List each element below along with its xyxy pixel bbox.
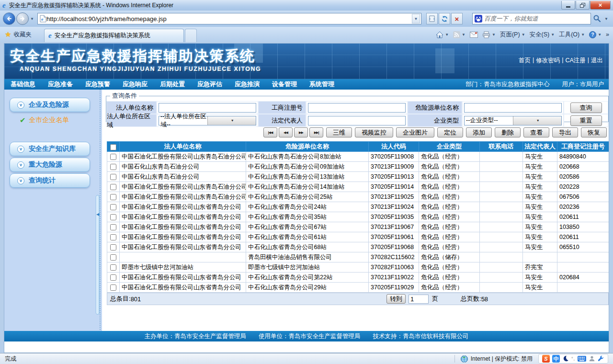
reg-no-input[interactable]: [308, 103, 406, 113]
paging-button-2[interactable]: ◀◀: [279, 127, 293, 137]
sidebar-group-enterprise-hazard[interactable]: v 企业及危险源: [10, 98, 90, 112]
row-checkbox[interactable]: [110, 234, 116, 240]
tools-menu[interactable]: 工具(O) ▼: [559, 31, 585, 39]
goto-page-button[interactable]: 转到: [386, 294, 406, 304]
row-checkbox[interactable]: [110, 264, 116, 271]
favorites-button[interactable]: ★ 收藏夹: [5, 30, 32, 39]
forward-button[interactable]: [16, 12, 29, 25]
banner-link-2[interactable]: 修改密码: [536, 57, 560, 65]
toolbar-button-4[interactable]: 定位: [437, 127, 463, 137]
page-menu[interactable]: 页面(P) ▼: [500, 31, 525, 39]
menu-item-7[interactable]: 应急推演: [228, 80, 266, 89]
row-checkbox[interactable]: [110, 204, 116, 210]
paging-button-4[interactable]: ▶▶|: [309, 127, 323, 137]
toolbar-button-6[interactable]: 删除: [495, 127, 521, 137]
home-button[interactable]: ▼: [436, 31, 449, 38]
toolbar-button-2[interactable]: 视频监控: [355, 127, 393, 137]
sidebar-group-query-statistics[interactable]: v 查询统计: [10, 173, 90, 188]
search-button[interactable]: 查询: [570, 102, 602, 113]
select-all-checkbox[interactable]: [110, 144, 116, 150]
back-button[interactable]: [3, 12, 15, 25]
row-checkbox[interactable]: [110, 194, 116, 200]
punctuation-mode-icon[interactable]: °,: [571, 356, 575, 361]
mail-button[interactable]: [470, 32, 478, 38]
toolbar-button-8[interactable]: 导出: [552, 127, 578, 137]
menu-item-1[interactable]: 基础信息: [4, 80, 42, 89]
cell-contact-phone: [480, 182, 523, 192]
close-button[interactable]: ×: [590, 1, 611, 10]
region-select[interactable]: --法人单位所在区域-- ▼: [159, 116, 256, 125]
row-checkbox[interactable]: [110, 174, 116, 180]
print-button[interactable]: ▼: [482, 31, 496, 38]
soft-keyboard-icon[interactable]: [578, 356, 586, 362]
compatibility-view-button[interactable]: [426, 13, 438, 24]
new-tab-button[interactable]: [185, 29, 197, 42]
paging-button-1[interactable]: |◀◀: [263, 127, 277, 137]
cell-hazard-unit-name: 中石化山东省青岛分公司29站: [246, 283, 369, 293]
sidebar-group-safety-knowledge[interactable]: v 安全生产知识库: [10, 142, 90, 156]
toolbar-button-1[interactable]: 三维: [326, 127, 352, 137]
banner-link-separator: |: [588, 57, 589, 65]
row-checkbox[interactable]: [110, 164, 116, 170]
row-checkbox[interactable]: [110, 224, 116, 230]
sidebar-item-city-enterprise-list[interactable]: ✔ 全市企业名单: [20, 116, 95, 125]
cell-hazard-unit-name: 中石化山东省青岛分公司第22站: [246, 273, 369, 283]
toolbar-button-9[interactable]: 恢复: [581, 127, 607, 137]
refresh-button[interactable]: [439, 13, 450, 24]
history-dropdown[interactable]: ▼: [30, 17, 34, 21]
row-checkbox[interactable]: [110, 184, 116, 190]
row-checkbox[interactable]: [110, 244, 116, 250]
sogou-icon[interactable]: S: [542, 355, 550, 363]
row-checkbox[interactable]: [110, 274, 116, 281]
menu-item-5[interactable]: 后期处置: [154, 80, 191, 89]
row-checkbox[interactable]: [110, 284, 116, 291]
address-dropdown[interactable]: ▼: [412, 14, 420, 23]
settings-wrench-icon[interactable]: [598, 355, 604, 362]
cell-legal-code: 370282F110063: [369, 262, 419, 273]
restore-button[interactable]: [576, 1, 590, 10]
home-dropdown[interactable]: ▼: [445, 33, 449, 37]
toolbar-button-7[interactable]: 查看: [523, 127, 549, 137]
row-checkbox[interactable]: [110, 214, 116, 220]
enterprise-type-select[interactable]: --企业类型-- ▼: [464, 116, 562, 125]
reset-button[interactable]: 重置: [570, 115, 602, 126]
search-go-button[interactable]: [593, 14, 601, 23]
hazard-name-input[interactable]: [464, 103, 562, 113]
menu-item-9[interactable]: 系统管理: [303, 80, 341, 89]
column-header-7: 工商登记注册号: [557, 142, 609, 152]
search-options-dropdown[interactable]: ▼: [604, 17, 608, 21]
page-number-input[interactable]: [409, 295, 429, 304]
address-input[interactable]: [46, 15, 412, 23]
moon-icon[interactable]: [562, 355, 569, 362]
help-button[interactable]: ? ▼: [589, 31, 602, 38]
browser-tab[interactable]: e 安全生产应急救援指挥辅助决策系统: [44, 29, 184, 42]
menu-item-2[interactable]: 应急准备: [42, 80, 79, 89]
chinese-mode-icon[interactable]: 中: [552, 355, 560, 363]
stop-button[interactable]: ×: [451, 13, 463, 24]
feeds-button[interactable]: ▼: [453, 31, 465, 38]
toolbar-button-3[interactable]: 企业图片: [396, 127, 434, 137]
minimize-button[interactable]: [561, 1, 575, 10]
security-menu[interactable]: 安全(S) ▼: [530, 31, 555, 39]
menu-item-3[interactable]: 应急预警: [79, 80, 116, 89]
collapse-sidebar-icon[interactable]: ◀: [96, 212, 99, 216]
banner-link-4[interactable]: 退出: [591, 57, 603, 65]
banner-link-3[interactable]: CA注册: [565, 57, 585, 65]
search-input[interactable]: [484, 15, 589, 22]
row-checkbox[interactable]: [110, 154, 116, 160]
sidebar-splitter[interactable]: ◀: [95, 90, 102, 341]
user-icon[interactable]: [589, 355, 595, 362]
menu-item-6[interactable]: 应急评估: [191, 80, 228, 89]
menu-item-4[interactable]: 应急响应: [116, 80, 154, 89]
paging-button-3[interactable]: ▶▶: [294, 127, 308, 137]
feeds-dropdown[interactable]: ▼: [462, 33, 465, 37]
legal-name-input[interactable]: [159, 103, 256, 113]
row-checkbox[interactable]: [110, 254, 116, 261]
overflow-chevron[interactable]: »: [606, 31, 609, 38]
banner-link-1[interactable]: 首页: [519, 57, 531, 65]
representative-input[interactable]: [308, 116, 406, 125]
toolbar-button-5[interactable]: 添加: [466, 127, 492, 137]
print-dropdown[interactable]: ▼: [492, 33, 496, 37]
menu-item-8[interactable]: 设备管理: [266, 80, 303, 89]
sidebar-group-major-hazard[interactable]: v 重大危险源: [10, 158, 90, 172]
